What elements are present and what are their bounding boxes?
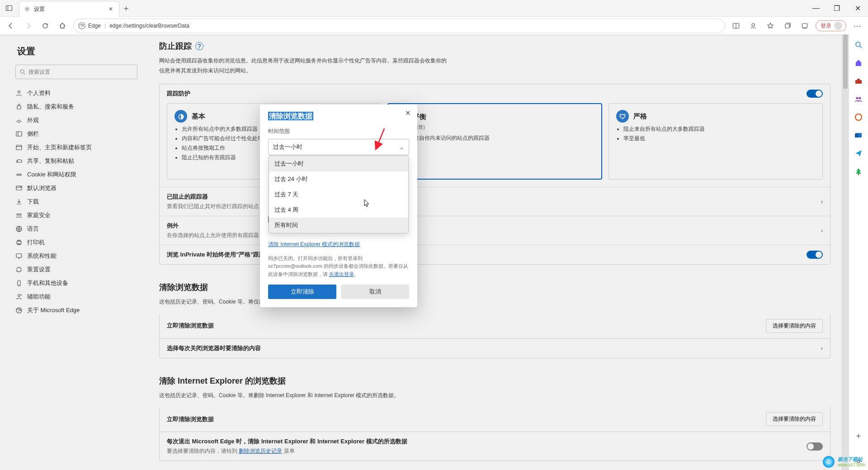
sync-note: 同步已关闭。打开同步功能后，所有登录到 xz7pccom@outlook.com… — [268, 255, 409, 279]
edge-icon — [78, 22, 85, 29]
split-screen-icon[interactable] — [730, 19, 742, 32]
modal-dimmer — [0, 34, 849, 470]
dialog-close-button[interactable]: ✕ — [405, 109, 411, 117]
svg-rect-0 — [6, 6, 12, 11]
favorites-star-icon[interactable] — [764, 19, 777, 32]
address-prefix: Edge — [88, 23, 101, 29]
svg-point-6 — [752, 24, 755, 26]
svg-rect-44 — [855, 134, 859, 138]
back-button[interactable] — [5, 19, 17, 32]
people-icon[interactable] — [854, 95, 863, 103]
svg-point-40 — [856, 97, 859, 100]
time-range-option-3[interactable]: 过去 4 周 — [269, 202, 408, 218]
office-icon[interactable] — [854, 113, 863, 121]
send-icon[interactable] — [854, 149, 863, 157]
svg-rect-8 — [802, 24, 807, 28]
clear-browsing-data-dialog: ✕ 清除浏览数据 时间范围 过去一小时 ⌄ 过去一小时过去 24 小时过去 7 … — [260, 104, 417, 307]
time-range-label: 时间范围 — [268, 128, 409, 135]
login-button[interactable]: 登录 — [816, 20, 846, 31]
svg-rect-38 — [855, 80, 862, 84]
search-icon[interactable] — [854, 41, 863, 49]
window-maximize-button[interactable]: ❐ — [826, 0, 847, 16]
tab-title: 设置 — [34, 5, 45, 13]
forward-button — [22, 19, 34, 32]
window-minimize-button[interactable]: — — [806, 0, 826, 16]
time-range-option-1[interactable]: 过去 24 小时 — [269, 171, 408, 187]
window-close-button[interactable]: ✕ — [847, 0, 868, 16]
svg-rect-39 — [857, 79, 860, 80]
avatar-icon — [834, 22, 842, 30]
svg-line-37 — [860, 46, 862, 48]
sidebar-add-button[interactable]: ＋ — [854, 430, 863, 441]
dialog-title: 清除浏览数据 — [268, 112, 313, 120]
gear-icon — [24, 6, 30, 12]
read-aloud-icon[interactable] — [747, 19, 760, 32]
time-range-select[interactable]: 过去一小时 ⌄ 过去一小时过去 24 小时过去 7 天过去 4 周所有时间 — [268, 139, 409, 155]
home-button[interactable] — [56, 19, 69, 32]
mouse-cursor-icon — [364, 199, 370, 207]
watermark: G 极光下载站 www.xz7.com — [822, 456, 865, 468]
address-bar[interactable]: Edge | edge://settings/clearBrowserData — [73, 19, 725, 33]
tab-actions-icon[interactable] — [3, 2, 15, 14]
toolbox-icon[interactable] — [854, 77, 863, 85]
browser-essentials-icon[interactable] — [798, 19, 811, 32]
tree-icon[interactable] — [854, 167, 863, 176]
address-url: edge://settings/clearBrowserData — [109, 23, 189, 29]
svg-point-42 — [855, 114, 862, 120]
time-range-dropdown: 过去一小时过去 24 小时过去 7 天过去 4 周所有时间 — [269, 156, 409, 233]
cancel-button[interactable]: 取消 — [341, 285, 409, 299]
time-range-option-4[interactable]: 所有时间 — [269, 218, 408, 233]
outlook-icon[interactable] — [854, 131, 863, 139]
collections-icon[interactable] — [781, 19, 794, 32]
svg-point-2 — [26, 8, 28, 10]
browser-sidebar: ＋ — [849, 34, 868, 470]
clear-ie-mode-data-link[interactable]: 清除 Internet Explorer 模式的浏览数据 — [268, 241, 360, 247]
svg-point-41 — [859, 97, 861, 100]
chevron-down-icon: ⌄ — [399, 144, 404, 151]
sign-out-first-link[interactable]: 先退出登录 — [329, 271, 354, 277]
shopping-icon[interactable] — [854, 59, 863, 67]
refresh-button[interactable] — [39, 19, 52, 32]
svg-rect-7 — [785, 24, 789, 28]
time-range-option-2[interactable]: 过去 7 天 — [269, 187, 408, 202]
tab-close-button[interactable]: ✕ — [107, 6, 114, 12]
browser-tab[interactable]: 设置 ✕ — [19, 1, 119, 17]
more-menu-button[interactable]: ⋯ — [851, 19, 863, 32]
svg-rect-45 — [858, 174, 859, 175]
svg-point-36 — [856, 42, 860, 47]
clear-now-button[interactable]: 立即清除 — [268, 285, 336, 299]
new-tab-button[interactable]: ＋ — [119, 0, 133, 16]
time-range-option-0[interactable]: 过去一小时 — [269, 156, 408, 171]
